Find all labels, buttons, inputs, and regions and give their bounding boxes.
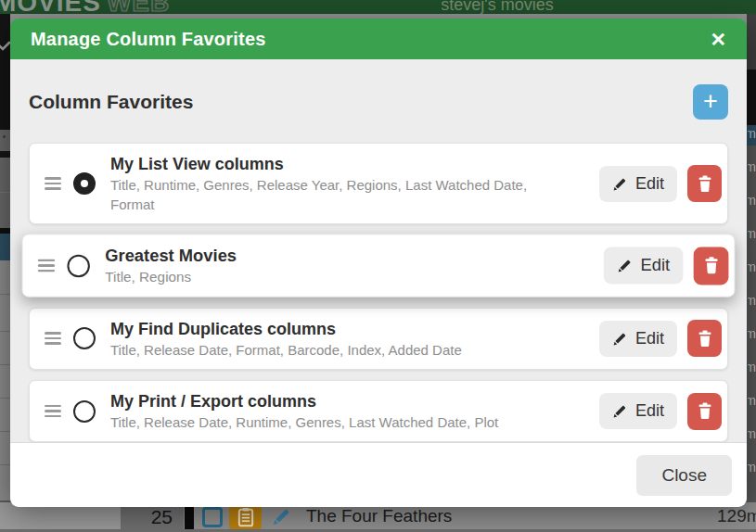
drag-handle-icon[interactable]	[38, 260, 55, 272]
add-favorite-button[interactable]: +	[693, 84, 728, 120]
drag-handle-bar	[45, 405, 61, 408]
delete-button[interactable]	[694, 247, 729, 285]
row-divider	[0, 464, 10, 465]
drag-handle-bar	[45, 187, 61, 190]
truncated-text-fragment: m	[748, 460, 756, 475]
row-divider	[0, 331, 10, 332]
drag-handle-bar	[45, 342, 61, 345]
dialog-header: Manage Column Favorites ✕	[10, 19, 747, 59]
favorite-row[interactable]: My List View columns Title, Runtime, Gen…	[29, 143, 728, 224]
dialog-footer: Close	[10, 442, 747, 507]
row-divider	[0, 431, 10, 432]
truncated-text-fragment: m	[748, 193, 756, 208]
edit-button[interactable]: Edit	[599, 321, 677, 357]
edit-button[interactable]: Edit	[599, 166, 677, 202]
row-divider	[0, 192, 10, 193]
favorite-row[interactable]: Greatest Movies Title, Regions Edit	[21, 234, 735, 298]
app-logo: MOVIESWEB	[0, 0, 170, 14]
plus-icon: +	[703, 85, 718, 117]
drag-handle-bar	[38, 270, 55, 272]
trash-icon	[698, 175, 712, 193]
edit-button-label: Edit	[635, 329, 664, 348]
row-divider	[0, 398, 10, 399]
pencil-icon	[612, 403, 628, 419]
truncated-text-fragment: m	[748, 226, 756, 241]
top-navbar: MOVIESWEB stevej's movies	[0, 0, 756, 14]
background-rows	[0, 260, 10, 500]
logo-secondary: WEB	[107, 0, 170, 14]
truncated-text-fragment: m	[748, 126, 756, 141]
pencil-icon	[612, 331, 628, 347]
radio-button[interactable]	[67, 255, 89, 277]
pencil-icon	[612, 176, 628, 192]
truncated-text-fragment: m	[748, 426, 756, 441]
background-rows	[0, 158, 10, 228]
drag-handle-icon[interactable]	[45, 332, 61, 345]
background-toolbar	[0, 130, 10, 151]
favorite-name: My Print / Export columns	[110, 390, 599, 412]
edit-button-label: Edit	[635, 401, 664, 421]
row-divider	[0, 294, 10, 295]
favorite-row[interactable]: My Find Duplicates columns Title, Releas…	[29, 308, 728, 370]
favorite-name: My Find Duplicates columns	[110, 318, 599, 340]
row-checkbox	[202, 507, 223, 527]
radio-button[interactable]	[73, 172, 96, 195]
drag-handle-bar	[45, 410, 61, 412]
delete-button[interactable]	[687, 165, 722, 202]
truncated-text-fragment: m	[748, 326, 756, 341]
dialog-body: Column Favorites + My List View columns …	[10, 59, 747, 442]
edit-button-label: Edit	[641, 256, 671, 275]
favorite-name: Greatest Movies	[105, 245, 604, 268]
favorite-name: My List View columns	[110, 153, 599, 175]
close-button[interactable]: Close	[636, 455, 732, 496]
truncated-text-fragment: m	[748, 260, 756, 274]
drag-handle-bar	[45, 337, 61, 340]
truncated-text-fragment: m	[748, 159, 756, 174]
runtime-cell: 129m	[717, 506, 756, 526]
drag-handle-icon[interactable]	[45, 405, 61, 418]
drag-handle-bar	[45, 332, 61, 335]
ellipsis-dot	[3, 135, 6, 138]
background-panel	[747, 70, 756, 125]
section-heading: Column Favorites	[29, 91, 193, 113]
edit-row-icon	[272, 506, 292, 530]
favorite-info: My Print / Export columns Title, Release…	[110, 388, 599, 434]
library-title: stevej's movies	[441, 0, 553, 14]
background-panel	[747, 14, 756, 70]
favorite-info: Greatest Movies Title, Regions	[105, 243, 604, 289]
row-divider	[0, 364, 10, 365]
clipboard-icon	[237, 507, 254, 527]
close-icon[interactable]: ✕	[710, 30, 726, 49]
delete-button[interactable]	[687, 320, 722, 357]
truncated-text-fragment: m	[748, 393, 756, 408]
drag-handle-bar	[38, 260, 55, 262]
truncated-text-fragment: m	[748, 360, 756, 374]
trash-icon	[698, 330, 712, 348]
background-panel	[0, 14, 10, 130]
radio-button[interactable]	[73, 327, 96, 349]
favorite-columns: Title, Release Date, Format, Barcode, In…	[110, 340, 565, 360]
favorite-info: My List View columns Title, Runtime, Gen…	[110, 151, 599, 216]
favorite-row[interactable]: My Print / Export columns Title, Release…	[29, 380, 728, 442]
trash-icon	[703, 257, 718, 274]
drag-handle-icon[interactable]	[45, 177, 61, 190]
dialog-title: Manage Column Favorites	[31, 29, 266, 50]
selected-row-edge	[0, 234, 10, 260]
favorite-columns: Title, Release Date, Runtime, Genres, La…	[110, 412, 565, 432]
pencil-icon	[617, 258, 633, 273]
edit-button-label: Edit	[635, 174, 664, 194]
delete-button[interactable]	[687, 393, 722, 430]
section-header-row: Column Favorites +	[29, 83, 728, 120]
favorite-columns: Title, Regions	[105, 268, 569, 287]
truncated-text-fragment: m	[748, 293, 756, 308]
trash-icon	[698, 402, 712, 420]
edit-button[interactable]: Edit	[604, 247, 684, 285]
favorite-columns: Title, Runtime, Genres, Release Year, Re…	[110, 175, 565, 214]
radio-button[interactable]	[73, 400, 96, 423]
drag-handle-bar	[45, 177, 61, 180]
drag-handle-bar	[45, 183, 61, 185]
drag-handle-bar	[38, 265, 55, 268]
row-divider	[0, 151, 10, 158]
favorite-info: My Find Duplicates columns Title, Releas…	[110, 316, 599, 361]
edit-button[interactable]: Edit	[599, 393, 677, 429]
